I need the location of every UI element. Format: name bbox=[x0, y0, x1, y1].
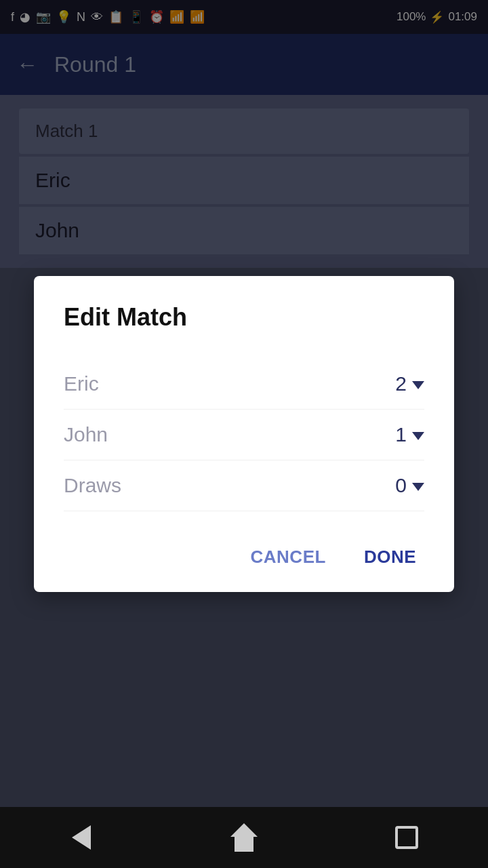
nav-home-icon bbox=[230, 823, 258, 852]
draws-score-value: 0 bbox=[395, 474, 407, 497]
nav-back-button[interactable] bbox=[54, 817, 108, 858]
draws-score-dropdown[interactable]: 0 bbox=[395, 474, 424, 497]
draws-score-label: Draws bbox=[64, 474, 121, 497]
dialog-title: Edit Match bbox=[64, 303, 424, 332]
player1-dropdown-arrow-icon bbox=[412, 381, 424, 389]
player1-score-row: Eric 2 bbox=[64, 359, 424, 410]
player2-score-row: John 1 bbox=[64, 410, 424, 460]
player2-score-label: John bbox=[64, 423, 108, 446]
player2-score-value: 1 bbox=[395, 423, 407, 446]
player1-score-value: 2 bbox=[395, 372, 407, 395]
player2-score-dropdown[interactable]: 1 bbox=[395, 423, 424, 446]
nav-recents-icon bbox=[395, 826, 418, 849]
player1-score-label: Eric bbox=[64, 372, 99, 395]
done-button[interactable]: DONE bbox=[356, 541, 424, 573]
draws-dropdown-arrow-icon bbox=[412, 483, 424, 491]
nav-recents-button[interactable] bbox=[380, 817, 434, 858]
dialog-actions: CANCEL DONE bbox=[64, 536, 424, 573]
bottom-nav bbox=[0, 807, 488, 868]
draws-score-row: Draws 0 bbox=[64, 460, 424, 511]
player2-dropdown-arrow-icon bbox=[412, 432, 424, 440]
nav-back-icon bbox=[72, 825, 91, 850]
edit-match-dialog: Edit Match Eric 2 John 1 Draws 0 bbox=[34, 276, 454, 592]
player1-score-dropdown[interactable]: 2 bbox=[395, 372, 424, 395]
nav-home-button[interactable] bbox=[217, 817, 271, 858]
cancel-button[interactable]: CANCEL bbox=[243, 541, 334, 573]
modal-overlay: Edit Match Eric 2 John 1 Draws 0 bbox=[0, 0, 488, 868]
